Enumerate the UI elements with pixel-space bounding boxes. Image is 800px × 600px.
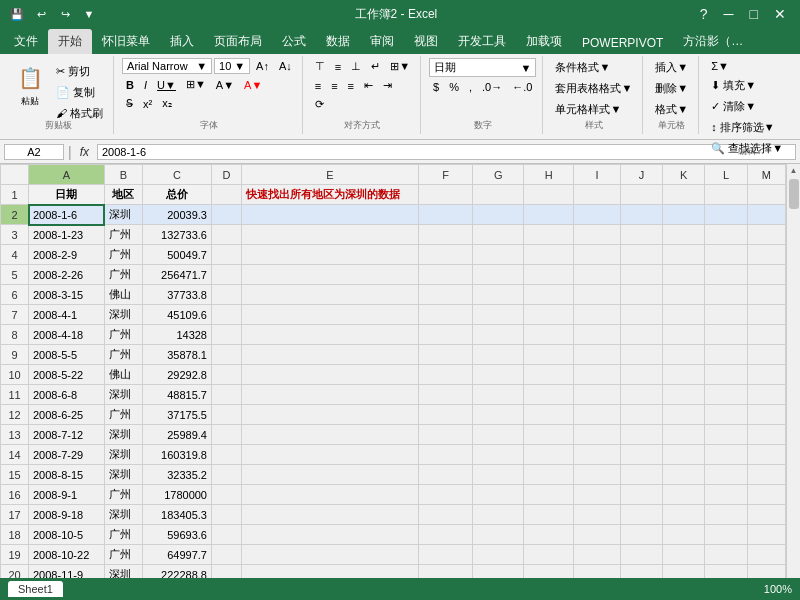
cell-B6[interactable]: 佛山: [104, 285, 142, 305]
align-middle-button[interactable]: ≡: [331, 58, 345, 75]
cell-K9[interactable]: [663, 345, 705, 365]
tab-formulas[interactable]: 公式: [272, 29, 316, 54]
cell-H6[interactable]: [523, 285, 573, 305]
cell-J11[interactable]: [620, 385, 662, 405]
cell-I10[interactable]: [574, 365, 620, 385]
cell-M4[interactable]: [747, 245, 785, 265]
cell-L1[interactable]: [705, 185, 747, 205]
cell-B3[interactable]: 广州: [104, 225, 142, 245]
cell-E6[interactable]: [241, 285, 418, 305]
cell-H19[interactable]: [523, 545, 573, 565]
cell-I2[interactable]: [574, 205, 620, 225]
row-header-11[interactable]: 11: [1, 385, 29, 405]
cell-A15[interactable]: 2008-8-15: [29, 465, 105, 485]
cell-E19[interactable]: [241, 545, 418, 565]
bold-button[interactable]: B: [122, 77, 138, 93]
cell-M2[interactable]: [747, 205, 785, 225]
cell-L18[interactable]: [705, 525, 747, 545]
save-icon[interactable]: 💾: [8, 5, 26, 23]
qat-more-icon[interactable]: ▼: [80, 5, 98, 23]
cell-H3[interactable]: [523, 225, 573, 245]
tab-data[interactable]: 数据: [316, 29, 360, 54]
cell-K15[interactable]: [663, 465, 705, 485]
cell-I1[interactable]: [574, 185, 620, 205]
cell-I9[interactable]: [574, 345, 620, 365]
cell-E7[interactable]: [241, 305, 418, 325]
row-header-1[interactable]: 1: [1, 185, 29, 205]
cell-A14[interactable]: 2008-7-29: [29, 445, 105, 465]
cell-J16[interactable]: [620, 485, 662, 505]
cell-I15[interactable]: [574, 465, 620, 485]
cell-M9[interactable]: [747, 345, 785, 365]
cell-D6[interactable]: [211, 285, 241, 305]
cell-H16[interactable]: [523, 485, 573, 505]
font-color-button[interactable]: A▼: [240, 77, 266, 93]
cell-G6[interactable]: [473, 285, 523, 305]
strikethrough-button[interactable]: S̶: [122, 95, 137, 112]
superscript-button[interactable]: x²: [139, 96, 156, 112]
cell-M7[interactable]: [747, 305, 785, 325]
cell-G7[interactable]: [473, 305, 523, 325]
cell-C19[interactable]: 64997.7: [143, 545, 212, 565]
col-header-H[interactable]: H: [523, 165, 573, 185]
cell-C15[interactable]: 32335.2: [143, 465, 212, 485]
cell-L17[interactable]: [705, 505, 747, 525]
undo-icon[interactable]: ↩: [32, 5, 50, 23]
align-top-button[interactable]: ⊤: [311, 58, 329, 75]
cell-J8[interactable]: [620, 325, 662, 345]
cell-J17[interactable]: [620, 505, 662, 525]
fill-button[interactable]: ⬇ 填充▼: [707, 76, 787, 95]
cell-E4[interactable]: [241, 245, 418, 265]
col-header-F[interactable]: F: [418, 165, 473, 185]
insert-button[interactable]: 插入▼: [651, 58, 692, 77]
col-header-L[interactable]: L: [705, 165, 747, 185]
cell-F5[interactable]: [418, 265, 473, 285]
cell-E9[interactable]: [241, 345, 418, 365]
maximize-button[interactable]: □: [744, 6, 764, 22]
tab-insert[interactable]: 插入: [160, 29, 204, 54]
function-icon[interactable]: fx: [76, 145, 93, 159]
col-header-K[interactable]: K: [663, 165, 705, 185]
cell-H2[interactable]: [523, 205, 573, 225]
cell-F10[interactable]: [418, 365, 473, 385]
cell-I11[interactable]: [574, 385, 620, 405]
cell-K19[interactable]: [663, 545, 705, 565]
cell-D7[interactable]: [211, 305, 241, 325]
cell-M12[interactable]: [747, 405, 785, 425]
close-button[interactable]: ✕: [768, 6, 792, 22]
cell-J10[interactable]: [620, 365, 662, 385]
cell-K12[interactable]: [663, 405, 705, 425]
cell-F3[interactable]: [418, 225, 473, 245]
cell-L8[interactable]: [705, 325, 747, 345]
row-header-12[interactable]: 12: [1, 405, 29, 425]
cell-I16[interactable]: [574, 485, 620, 505]
cell-H18[interactable]: [523, 525, 573, 545]
cell-J18[interactable]: [620, 525, 662, 545]
cell-G19[interactable]: [473, 545, 523, 565]
scroll-up-arrow[interactable]: ▲: [788, 164, 800, 177]
row-header-7[interactable]: 7: [1, 305, 29, 325]
cell-G11[interactable]: [473, 385, 523, 405]
cell-J6[interactable]: [620, 285, 662, 305]
tab-legacy-menu[interactable]: 怀旧菜单: [92, 29, 160, 54]
cell-D2[interactable]: [211, 205, 241, 225]
cell-E13[interactable]: [241, 425, 418, 445]
cell-G18[interactable]: [473, 525, 523, 545]
cell-F2[interactable]: [418, 205, 473, 225]
cell-A18[interactable]: 2008-10-5: [29, 525, 105, 545]
text-direction-button[interactable]: ⟳: [311, 96, 328, 113]
cell-I7[interactable]: [574, 305, 620, 325]
col-header-J[interactable]: J: [620, 165, 662, 185]
cell-F12[interactable]: [418, 405, 473, 425]
cell-J14[interactable]: [620, 445, 662, 465]
row-header-10[interactable]: 10: [1, 365, 29, 385]
cell-G2[interactable]: [473, 205, 523, 225]
cell-F13[interactable]: [418, 425, 473, 445]
name-box[interactable]: A2: [4, 144, 64, 160]
tab-view[interactable]: 视图: [404, 29, 448, 54]
cell-J15[interactable]: [620, 465, 662, 485]
cell-I18[interactable]: [574, 525, 620, 545]
cell-G14[interactable]: [473, 445, 523, 465]
cell-C2[interactable]: 20039.3: [143, 205, 212, 225]
cell-E18[interactable]: [241, 525, 418, 545]
